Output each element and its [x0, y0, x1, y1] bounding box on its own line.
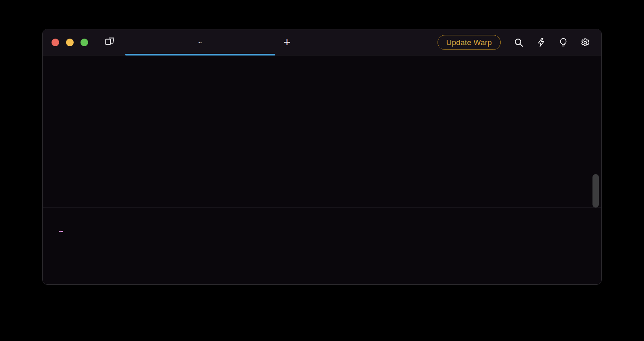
search-button[interactable] — [513, 37, 524, 48]
command-input-block[interactable]: ~ — [43, 208, 601, 285]
pages-overview-button[interactable] — [103, 36, 116, 49]
plus-icon: + — [283, 36, 291, 48]
minimize-button[interactable] — [66, 39, 74, 46]
close-button[interactable] — [52, 39, 59, 46]
traffic-lights — [52, 29, 88, 55]
warp-ai-button[interactable] — [535, 37, 547, 48]
topbar-actions: Update Warp — [438, 29, 591, 55]
prompt-symbol: ~ — [59, 226, 63, 235]
title-tab-bar: ~ + Update Warp — [43, 29, 601, 55]
new-tab-button[interactable]: + — [280, 35, 294, 49]
tab-home[interactable]: ~ — [125, 29, 275, 55]
gear-icon — [580, 37, 590, 48]
update-warp-button[interactable]: Update Warp — [438, 35, 501, 50]
zoom-button[interactable] — [80, 39, 88, 46]
active-tab-indicator — [125, 54, 275, 55]
lightning-bolt-icon — [536, 37, 546, 47]
scrollbar-thumb[interactable] — [592, 174, 599, 207]
tab-title: ~ — [198, 39, 202, 46]
overlapping-pages-icon — [104, 37, 115, 48]
settings-button[interactable] — [580, 37, 591, 48]
tips-button[interactable] — [557, 37, 569, 48]
terminal-output-pane — [43, 56, 601, 207]
terminal-window: ~ + Update Warp — [42, 29, 602, 285]
search-icon — [514, 37, 524, 48]
lightbulb-icon — [558, 37, 568, 47]
